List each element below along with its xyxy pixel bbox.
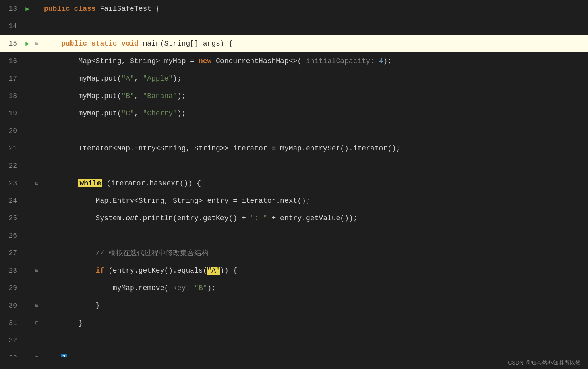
code-content-28: if (entry.getKey().equals("A")) { <box>41 262 588 279</box>
line-number-20: 20 <box>0 127 22 135</box>
code-line-30: 30 ⊟ } <box>0 297 588 314</box>
code-content-27: // 模拟在迭代过程中修改集合结构 <box>41 244 588 262</box>
line-number-24: 24 <box>0 197 22 205</box>
fold-icon-28[interactable]: ⊟ <box>33 267 41 274</box>
code-editor: 13 ▶ public class FailSafeTest { 14 15 ▶… <box>0 0 588 369</box>
line-number-28: 28 <box>0 267 22 275</box>
code-line-14: 14 <box>0 17 588 35</box>
code-content-33: } <box>41 349 588 357</box>
code-content-31: } <box>41 314 588 332</box>
line-number-13: 13 <box>0 5 22 13</box>
line-number-15: 15 <box>0 40 22 48</box>
code-line-26: 26 <box>0 227 588 244</box>
code-content-16: Map<String, String> myMap = new Concurre… <box>41 52 588 70</box>
line-number-21: 21 <box>0 144 22 152</box>
code-line-13: 13 ▶ public class FailSafeTest { <box>0 0 588 17</box>
fold-icon-23[interactable]: ⊟ <box>33 180 41 186</box>
code-content-30: } <box>41 297 588 314</box>
line-number-32: 32 <box>0 336 22 344</box>
line-number-16: 16 <box>0 57 22 65</box>
line-number-22: 22 <box>0 162 22 170</box>
code-line-15: 15 ▶ ⊟ public static void main(String[] … <box>0 35 588 52</box>
line-number-14: 14 <box>0 22 22 30</box>
code-content-29: myMap.remove( key: "B"); <box>41 279 588 297</box>
code-line-31: 31 ⊟ } <box>0 314 588 332</box>
line-number-18: 18 <box>0 92 22 100</box>
line-number-26: 26 <box>0 232 22 240</box>
line-number-27: 27 <box>0 249 22 257</box>
code-content-13: public class FailSafeTest { <box>41 0 588 17</box>
code-line-23: 23 ⊟ while (iterator.hasNext()) { <box>0 175 588 192</box>
line-number-23: 23 <box>0 179 22 187</box>
code-line-32: 32 <box>0 332 588 349</box>
line-number-30: 30 <box>0 302 22 309</box>
code-content-17: myMap.put("A", "Apple"); <box>41 70 588 87</box>
code-line-18: 18 myMap.put("B", "Banana"); <box>0 87 588 105</box>
footer: CSDN @知其然亦知其所以然 <box>0 357 588 369</box>
code-line-17: 17 myMap.put("A", "Apple"); <box>0 70 588 87</box>
code-line-25: 25 System.out.println(entry.getKey() + "… <box>0 209 588 227</box>
code-line-22: 22 <box>0 157 588 175</box>
line-number-29: 29 <box>0 284 22 292</box>
code-line-24: 24 Map.Entry<String, String> entry = ite… <box>0 192 588 209</box>
line-number-25: 25 <box>0 214 22 222</box>
line-number-33: 33 <box>0 354 22 357</box>
code-line-20: 20 <box>0 122 588 140</box>
fold-icon-15[interactable]: ⊟ <box>33 40 41 47</box>
code-content-21: Iterator<Map.Entry<String, String>> iter… <box>41 140 588 157</box>
fold-icon-31[interactable]: ⊟ <box>33 320 41 326</box>
run-arrow-15[interactable]: ▶ <box>22 40 33 48</box>
fold-icon-30[interactable]: ⊟ <box>33 302 41 309</box>
fold-icon-33[interactable]: ⊟ <box>33 355 41 357</box>
code-content-19: myMap.put("C", "Cherry"); <box>41 105 588 122</box>
code-line-21: 21 Iterator<Map.Entry<String, String>> i… <box>0 140 588 157</box>
code-line-19: 19 myMap.put("C", "Cherry"); <box>0 105 588 122</box>
code-content-23: while (iterator.hasNext()) { <box>41 175 588 192</box>
code-content-18: myMap.put("B", "Banana"); <box>41 87 588 105</box>
code-line-28: 28 ⊟ if (entry.getKey().equals("A")) { <box>0 262 588 279</box>
line-number-31: 31 <box>0 319 22 327</box>
code-content-24: Map.Entry<String, String> entry = iterat… <box>41 192 588 209</box>
code-line-16: 16 Map<String, String> myMap = new Concu… <box>0 52 588 70</box>
code-line-33: 33 ⊟ } <box>0 349 588 357</box>
line-number-17: 17 <box>0 75 22 83</box>
code-line-27: 27 // 模拟在迭代过程中修改集合结构 <box>0 244 588 262</box>
line-number-19: 19 <box>0 110 22 117</box>
run-arrow-13[interactable]: ▶ <box>22 5 33 13</box>
brand-text: CSDN @知其然亦知其所以然 <box>508 359 581 367</box>
code-line-29: 29 myMap.remove( key: "B"); <box>0 279 588 297</box>
code-area: 13 ▶ public class FailSafeTest { 14 15 ▶… <box>0 0 588 357</box>
code-content-25: System.out.println(entry.getKey() + ": "… <box>41 209 588 227</box>
code-content-15: public static void main(String[] args) { <box>41 35 588 52</box>
